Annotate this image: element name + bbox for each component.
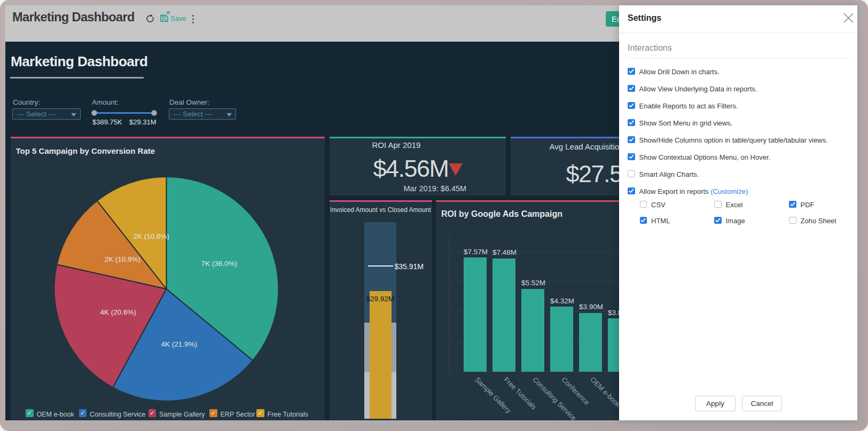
svg-text:*: * [167,11,170,19]
